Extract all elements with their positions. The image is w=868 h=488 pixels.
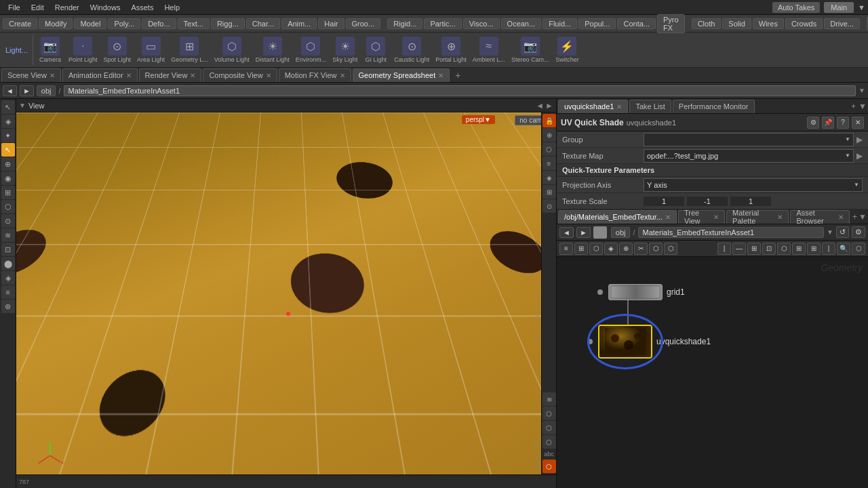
viewport-canvas[interactable]: perspl▼ no cam▼ x x y 🔒 ⊕ ⬡ [16,113,556,474]
node-path-refresh[interactable]: ↺ [836,226,849,238]
tb1-poly[interactable]: Poly... [108,18,140,29]
path-asset-btn[interactable]: Materials_EmbedTextureInAsset1 [64,85,856,96]
path-dropdown-arrow[interactable]: ▼ [859,87,865,94]
tb1-defo[interactable]: Defo... [142,18,176,29]
tb1-create[interactable]: Create [3,18,37,29]
node-uvquickshade1[interactable]: uvquickshade1 [587,325,711,359]
left-tool-7[interactable]: ⊙ [1,214,15,228]
node-tab-materials-close[interactable]: ✕ [665,214,671,221]
left-tool-active[interactable]: ↖ [1,143,15,157]
node-tb-3[interactable]: ⬡ [589,243,603,255]
tab-scene-view-close[interactable]: ✕ [50,72,55,79]
tb1-fluid[interactable]: Fluid... [542,18,577,29]
vp-rt-7[interactable]: ≋ [542,392,556,406]
tool-switcher[interactable]: ⚡ Switcher [552,35,582,64]
tool-spot-light[interactable]: ⊙ Spot Light [101,35,134,64]
tb1-pyrofx[interactable]: Pyro FX [657,14,685,33]
prop-group-expand[interactable]: ▶ [856,135,863,144]
node-tab-assetbrowser[interactable]: Asset Browser ✕ [790,210,850,224]
vp-rt-6[interactable]: ⊙ [542,199,556,213]
menu-help[interactable]: Help [159,2,185,13]
rpanel-tab-uvqs-close[interactable]: ✕ [616,103,622,110]
left-tool-4[interactable]: ◉ [1,171,15,185]
perspective-button[interactable]: perspl▼ [462,115,495,124]
node-path-obj[interactable]: obj [611,227,631,238]
node-tb-7[interactable]: ⬡ [649,243,663,255]
node-tb-8[interactable]: ⬡ [664,243,677,255]
tb1-char[interactable]: Char... [246,18,280,29]
tab-render-view[interactable]: Render View ✕ [139,68,202,82]
node-tab-treeview[interactable]: Tree View ✕ [678,210,725,224]
path-obj-btn[interactable]: obj [37,85,56,96]
node-path-asset[interactable]: Materials_EmbedTextureInAsset1 [638,227,825,238]
node-tb-list[interactable]: ≡ [559,243,573,255]
uvqs-pin-btn[interactable]: 📌 [822,117,834,129]
tb1-groo[interactable]: Groo... [346,18,381,29]
tool-ambient-light[interactable]: ≈ Ambient L... [470,35,508,64]
left-tool-9[interactable]: ⊡ [1,243,15,256]
tool-camera[interactable]: 📷 Camera [35,35,65,64]
left-tool-11[interactable]: ◈ [1,271,15,285]
tab-scene-view[interactable]: Scene View ✕ [1,68,61,82]
rpanel-tab-uvqs[interactable]: uvquickshade1 ✕ [558,100,628,113]
vp-rt-1[interactable]: ⊕ [542,128,556,142]
left-tool-13[interactable]: ⊛ [1,300,15,313]
tool-sky-light[interactable]: ☀ Sky Light [330,35,360,64]
menu-edit[interactable]: Edit [26,2,50,13]
node-tb-6[interactable]: ✂ [634,243,648,255]
tb1-drive[interactable]: Drive... [824,18,860,29]
auto-takes-button[interactable]: Auto Takes [772,2,820,13]
tab-motion-fx-close[interactable]: ✕ [340,72,345,79]
left-tool-select[interactable]: ↖ [1,100,15,114]
node-path-dropdown[interactable]: ▼ [827,228,833,236]
rpanel-tab-takelist[interactable]: Take List [629,100,671,113]
menu-render[interactable]: Render [50,2,85,13]
tb1-conta[interactable]: Conta... [617,18,656,29]
tb1-solid[interactable]: Solid [722,18,751,29]
tab-composite-view[interactable]: Composite View ✕ [203,68,277,82]
node-tb-4[interactable]: ◈ [604,243,618,255]
tool-geo-light[interactable]: ⊞ Geometry L... [168,35,211,64]
node-tab-add[interactable]: + [852,212,857,222]
tool-stereo-cam[interactable]: 📷 Stereo Cam... [509,35,552,64]
tb1-crowds[interactable]: Crowds [785,18,823,29]
menu-file[interactable]: File [3,2,26,13]
node-tab-more[interactable]: ▼ [859,212,867,222]
tb1-rigg[interactable]: Rigg... [211,18,245,29]
tool-portal-light[interactable]: ⊕ Portal Light [433,35,469,64]
tab-geometry-spreadsheet-close[interactable]: ✕ [438,72,443,79]
node-tb-9[interactable]: — [732,243,746,255]
left-tool-10[interactable]: ⬤ [1,257,15,270]
tool-area-light[interactable]: ▭ Area Light [134,35,167,64]
node-path-settings[interactable]: ⚙ [852,226,865,238]
node-tb-grid[interactable]: ⊞ [574,243,588,255]
tab-anim-editor-close[interactable]: ✕ [126,72,132,79]
left-tool-3[interactable]: ⊕ [1,157,15,171]
viewport-nav2[interactable]: ► [545,101,553,110]
left-tool-12[interactable]: ≡ [1,285,15,299]
vp-bc-3[interactable]: ⬡ [534,461,540,468]
vp-rt-3[interactable]: ≡ [542,157,556,170]
menu-assets[interactable]: Assets [125,2,159,13]
tb1-wires[interactable]: Wires [753,18,784,29]
tab-add-btn[interactable]: + [451,68,465,82]
node-tb-10[interactable]: ⊞ [747,243,761,255]
node-tab-materials[interactable]: /obj/Materials_EmbedTextur... ✕ [558,210,677,224]
node-grid1-box[interactable] [608,284,663,300]
prop-group-dropdown[interactable]: ▼ [644,133,854,146]
path-back-btn[interactable]: ◄ [3,85,17,96]
left-tool-2[interactable]: ✦ [1,129,15,142]
node-uvqs-box[interactable] [598,325,652,359]
rpanel-tab-more[interactable]: ▼ [859,102,867,111]
tool-gi-light[interactable]: ⬡ GI Light [361,35,391,64]
tb1-text[interactable]: Text... [178,18,210,29]
vp-rt-4[interactable]: ◈ [542,171,556,184]
tab-motion-fx[interactable]: Motion FX View ✕ [279,68,351,82]
tb1-partic[interactable]: Partic... [424,18,461,29]
vp-rt-8[interactable]: ⬡ [542,407,556,420]
vp-bc-1[interactable]: ⬡ [534,442,540,449]
node-tab-assetbrowser-close[interactable]: ✕ [838,214,844,221]
tool-caustic-light[interactable]: ⊙ Caustic Light [391,35,432,64]
vp-rt-last[interactable]: ⬡ [542,460,556,473]
node-path-fwd[interactable]: ► [576,227,591,238]
